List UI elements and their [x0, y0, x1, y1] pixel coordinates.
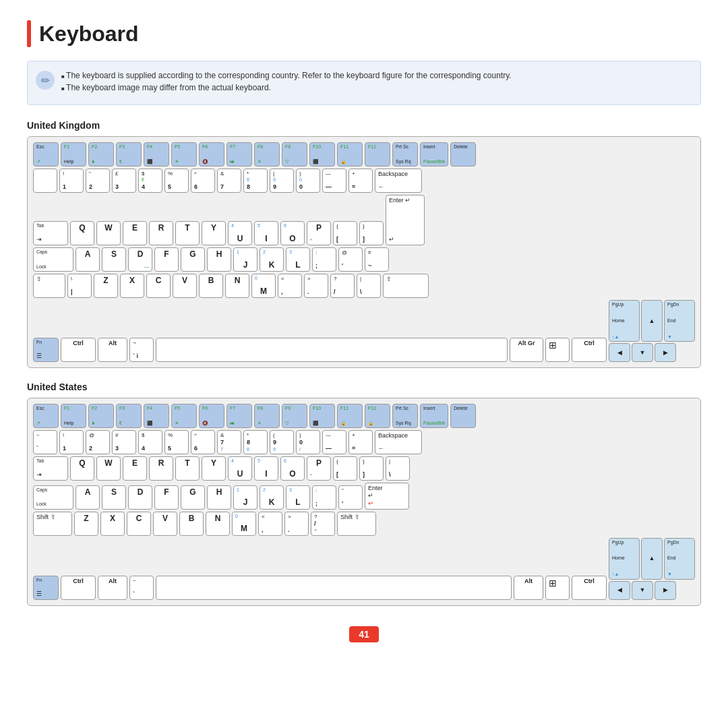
- key-backspace[interactable]: Backspace←: [375, 169, 422, 193]
- key-d[interactable]: D—: [128, 247, 152, 272]
- key-right-uk[interactable]: ▶: [655, 343, 676, 362]
- us-key-tilde[interactable]: ~`: [129, 576, 154, 600]
- us-key-up[interactable]: ▲: [641, 538, 663, 580]
- key-y[interactable]: Y: [202, 221, 226, 245]
- key-rbrace[interactable]: }]: [359, 221, 384, 245]
- us-key-pgdn[interactable]: PgDnEnd▼: [664, 538, 695, 580]
- us-key-q[interactable]: Q: [70, 456, 94, 481]
- key-fn-uk[interactable]: Fn☰: [33, 338, 59, 362]
- key-space-uk[interactable]: [156, 338, 508, 362]
- key-8[interactable]: *88: [243, 169, 268, 193]
- us-key-esc[interactable]: Esc↗: [33, 404, 59, 428]
- us-key-v[interactable]: V: [153, 512, 177, 536]
- key-down-uk[interactable]: ▼: [632, 343, 653, 362]
- key-0[interactable]: )00: [296, 169, 320, 193]
- key-equals[interactable]: +=: [348, 169, 373, 193]
- key-l[interactable]: 3L: [286, 247, 310, 272]
- key-ctrl-l-uk[interactable]: Ctrl: [61, 338, 96, 362]
- key-capslock-us[interactable]: CapsLock: [33, 485, 73, 510]
- us-key-k[interactable]: 2K: [260, 485, 284, 510]
- us-key-shift-r[interactable]: Shift ⇧: [337, 512, 376, 536]
- key-f2[interactable]: F2⏵: [88, 142, 114, 166]
- us-key-f9[interactable]: F9▽: [282, 404, 307, 428]
- key-prtsc[interactable]: Prt ScSys Rq: [392, 142, 418, 166]
- us-key-t[interactable]: T: [175, 456, 200, 481]
- us-key-b[interactable]: B: [179, 512, 204, 536]
- key-insert[interactable]: InsertPause/Brk: [420, 142, 448, 166]
- key-quote[interactable]: @': [338, 247, 363, 272]
- us-key-f10[interactable]: F10⬛: [309, 404, 335, 428]
- us-key-y[interactable]: Y: [202, 456, 226, 481]
- key-f[interactable]: F: [154, 247, 179, 272]
- key-delete[interactable]: Delete: [450, 142, 476, 166]
- us-key-insert[interactable]: InsertPause/Brk: [420, 404, 448, 428]
- key-6[interactable]: ^6: [191, 169, 215, 193]
- us-key-l[interactable]: 3L: [286, 485, 310, 510]
- us-key-f2[interactable]: F2⏵: [88, 404, 114, 428]
- us-key-r[interactable]: R: [149, 456, 173, 481]
- us-key-j[interactable]: 1J: [233, 485, 257, 510]
- key-enter-uk[interactable]: Enter↵↵: [386, 195, 425, 245]
- key-x[interactable]: X: [120, 274, 144, 298]
- key-m[interactable]: 0M: [251, 274, 276, 298]
- us-key-w[interactable]: W: [96, 456, 121, 481]
- key-3[interactable]: £3: [112, 169, 136, 193]
- key-2[interactable]: "2: [86, 169, 110, 193]
- us-key-equals[interactable]: +=: [348, 430, 373, 454]
- key-up-uk[interactable]: ▲: [641, 300, 663, 342]
- us-key-u[interactable]: 4U: [228, 456, 252, 481]
- us-key-ctrl-l[interactable]: Ctrl: [61, 576, 96, 600]
- us-key-5[interactable]: %5: [164, 430, 189, 454]
- us-key-c[interactable]: C: [127, 512, 151, 536]
- key-v[interactable]: V: [173, 274, 197, 298]
- us-key-space[interactable]: [156, 576, 512, 600]
- us-key-win[interactable]: ⊞: [545, 576, 570, 600]
- us-key-m[interactable]: 0M: [232, 512, 256, 536]
- us-key-i[interactable]: 5I: [254, 456, 278, 481]
- us-key-period[interactable]: >.: [284, 512, 309, 536]
- us-key-g[interactable]: G: [181, 485, 205, 510]
- us-key-x[interactable]: X: [100, 512, 125, 536]
- us-key-2[interactable]: @2: [86, 430, 110, 454]
- us-key-enter[interactable]: Enter↵↵: [365, 483, 409, 510]
- key-f6[interactable]: F6🔇: [199, 142, 224, 166]
- key-o[interactable]: 6O: [280, 221, 305, 245]
- key-k[interactable]: 2K: [260, 247, 284, 272]
- key-comma[interactable]: <,: [278, 274, 302, 298]
- us-key-f5[interactable]: F5☀: [171, 404, 197, 428]
- key-t[interactable]: T: [175, 221, 200, 245]
- key-f12[interactable]: F12: [365, 142, 390, 166]
- us-key-6[interactable]: ^6: [191, 430, 215, 454]
- key-4[interactable]: $€4: [138, 169, 162, 193]
- us-key-9[interactable]: (99: [270, 430, 294, 454]
- key-r[interactable]: R: [149, 221, 173, 245]
- key-lbrace[interactable]: {[: [333, 221, 357, 245]
- key-slash[interactable]: ?/: [330, 274, 355, 298]
- key-z[interactable]: Z: [94, 274, 118, 298]
- us-key-minus[interactable]: ——: [322, 430, 346, 454]
- key-e[interactable]: E: [123, 221, 147, 245]
- us-key-ctrl-r[interactable]: Ctrl: [572, 576, 607, 600]
- us-key-right[interactable]: ▶: [655, 581, 676, 600]
- us-key-d[interactable]: D: [128, 485, 152, 510]
- us-key-f12[interactable]: F12🔒: [365, 404, 390, 428]
- us-key-0[interactable]: )0/: [296, 430, 320, 454]
- key-minus[interactable]: ——: [322, 169, 346, 193]
- us-key-slash[interactable]: ?/+: [311, 512, 335, 536]
- us-key-rbrace[interactable]: }]: [359, 456, 384, 481]
- key-f9[interactable]: F9▽: [282, 142, 307, 166]
- us-key-quote[interactable]: "': [338, 485, 363, 510]
- us-key-tab[interactable]: Tab⇥: [33, 456, 68, 481]
- key-u[interactable]: 4U: [228, 221, 252, 245]
- key-period[interactable]: >.: [304, 274, 328, 298]
- key-j[interactable]: 1J: [233, 247, 257, 272]
- key-f10[interactable]: F10⬛: [309, 142, 335, 166]
- us-key-backspace[interactable]: Backspace←: [375, 430, 422, 454]
- key-f11[interactable]: F11🔒: [337, 142, 363, 166]
- us-key-1[interactable]: !1: [59, 430, 84, 454]
- us-key-a[interactable]: A: [75, 485, 100, 510]
- key-i[interactable]: 5I: [254, 221, 278, 245]
- us-key-4[interactable]: $4: [138, 430, 162, 454]
- key-shift-r-uk[interactable]: ⇧: [383, 274, 429, 298]
- key-9[interactable]: (99: [270, 169, 294, 193]
